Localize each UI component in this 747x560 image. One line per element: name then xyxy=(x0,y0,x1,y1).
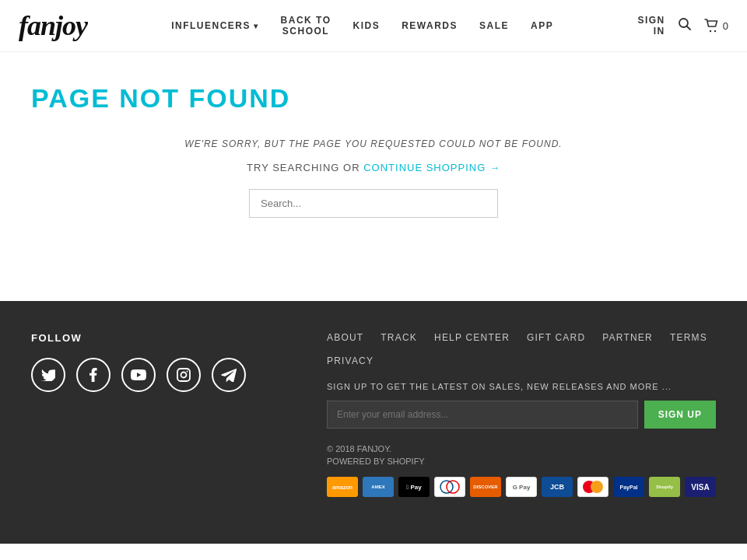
facebook-icon[interactable] xyxy=(76,358,110,392)
sorry-message: WE'RE SORRY, BUT THE PAGE YOU REQUESTED … xyxy=(31,138,716,149)
nav-sale[interactable]: SALE xyxy=(479,20,509,31)
header-right: SIGNIN 0 xyxy=(637,15,728,37)
email-input[interactable] xyxy=(327,401,638,429)
payment-diners xyxy=(434,477,465,497)
sign-in-button[interactable]: SIGNIN xyxy=(637,15,665,37)
footer-link-help-center[interactable]: HELP CENTER xyxy=(434,332,510,343)
payment-paypal: PayPal xyxy=(613,477,644,497)
nav-kids[interactable]: KIDS xyxy=(353,20,381,31)
main-content: PAGE NOT FOUND WE'RE SORRY, BUT THE PAGE… xyxy=(0,52,747,301)
svg-point-2 xyxy=(710,30,711,32)
newsletter-form: SIGN UP xyxy=(327,401,716,429)
try-searching-text: TRY SEARCHING OR CONTINUE SHOPPING → xyxy=(31,162,716,173)
footer-links-row: ABOUT TRACK HELP CENTER GIFT CARD PARTNE… xyxy=(327,332,716,343)
copyright-text: © 2018 FANJOY. xyxy=(327,444,716,453)
payment-visa: VISA xyxy=(685,477,716,497)
footer-link-about[interactable]: ABOUT xyxy=(327,332,363,343)
youtube-icon[interactable] xyxy=(121,358,156,392)
site-logo[interactable]: fanjoy xyxy=(19,9,87,42)
svg-rect-4 xyxy=(177,369,190,381)
footer-link-track[interactable]: TRACK xyxy=(381,332,417,343)
payment-amex: AMEX xyxy=(363,477,394,497)
nav-back-to-school[interactable]: BACK TOSCHOOL xyxy=(281,15,331,37)
svg-line-1 xyxy=(686,26,690,30)
nav-influencers[interactable]: INFLUENCERS ▾ xyxy=(171,20,258,31)
footer-top: FOLLOW xyxy=(31,332,716,497)
social-icons-list xyxy=(31,358,296,392)
signup-button[interactable]: SIGN UP xyxy=(644,401,716,429)
payment-apple-pay:  Pay xyxy=(398,477,430,497)
site-header: fanjoy INFLUENCERS ▾ BACK TOSCHOOL KIDS … xyxy=(0,0,747,52)
site-footer: FOLLOW xyxy=(0,301,747,544)
svg-point-5 xyxy=(181,373,187,378)
search-wrapper xyxy=(31,189,716,218)
payment-amazon: amazon xyxy=(327,477,358,497)
cart-count: 0 xyxy=(723,20,728,32)
main-nav: INFLUENCERS ▾ BACK TOSCHOOL KIDS REWARDS… xyxy=(171,15,553,37)
follow-label: FOLLOW xyxy=(31,332,296,344)
continue-shopping-link[interactable]: CONTINUE SHOPPING → xyxy=(363,162,500,173)
search-icon[interactable] xyxy=(678,17,692,34)
cart-button[interactable]: 0 xyxy=(704,19,728,33)
footer-link-terms[interactable]: TERMS xyxy=(670,332,707,343)
nav-rewards[interactable]: REWARDS xyxy=(402,20,458,31)
telegram-icon[interactable] xyxy=(212,358,246,392)
newsletter-label: SIGN UP TO GET THE LATEST ON SALES, NEW … xyxy=(327,382,716,391)
footer-link-gift-card[interactable]: GIFT CARD xyxy=(527,332,585,343)
nav-app[interactable]: APP xyxy=(531,20,553,31)
footer-social-section: FOLLOW xyxy=(31,332,296,497)
payment-mastercard xyxy=(577,477,608,497)
page-not-found-title: PAGE NOT FOUND xyxy=(31,83,716,114)
footer-link-partner[interactable]: PARTNER xyxy=(602,332,653,343)
payment-google-pay: G Pay xyxy=(506,477,537,497)
powered-by-text: POWERED BY SHOPIFY xyxy=(327,457,716,466)
payment-discover: DISCOVER xyxy=(470,477,501,497)
payment-jcb: JCB xyxy=(542,477,573,497)
logo-text: fanjoy xyxy=(19,10,87,41)
footer-links-section: ABOUT TRACK HELP CENTER GIFT CARD PARTNE… xyxy=(296,332,716,497)
svg-point-6 xyxy=(187,371,188,373)
footer-privacy-link[interactable]: PRIVACY xyxy=(327,355,716,366)
payment-icons-list: amazon AMEX  Pay DISCOVER G Pay JCB xyxy=(327,477,716,497)
instagram-icon[interactable] xyxy=(167,358,201,392)
search-input[interactable] xyxy=(249,189,498,218)
dropdown-arrow: ▾ xyxy=(254,22,259,30)
svg-point-3 xyxy=(714,30,716,32)
payment-shopify-pay: Shopify xyxy=(649,477,680,497)
twitter-icon[interactable] xyxy=(31,358,65,392)
